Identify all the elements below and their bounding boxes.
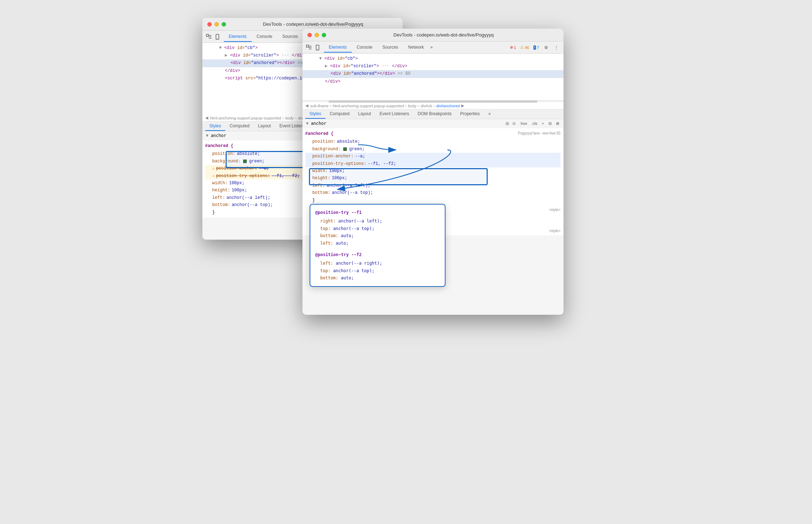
css-value: 100px; — [332, 175, 347, 182]
pt-val: anchor(--a top); — [333, 268, 375, 273]
css-property-line: height: 100px; — [305, 175, 561, 182]
css-selector-2: #anchored { — [305, 130, 334, 137]
styles-tab-computed-2[interactable]: Computed — [325, 109, 354, 119]
breadcrumb-item[interactable]: sult-iframe — [310, 104, 329, 108]
svg-rect-6 — [306, 45, 309, 47]
color-swatch-bg — [243, 160, 247, 163]
css-value: 100px; — [229, 180, 245, 187]
breadcrumb-item[interactable]: body — [408, 104, 417, 108]
breadcrumb-item[interactable]: html.anchoring-support.popup-supported — [333, 104, 404, 108]
toolbar-tabs-2: Elements Console Sources Network » — [324, 43, 434, 53]
tab-console-1[interactable]: Console — [252, 32, 277, 42]
css-value: --f1, --f2; — [368, 160, 396, 167]
css-property-line-highlighted-2: position-try-options: --f1, --f2; — [305, 160, 561, 167]
info-count: 7 — [537, 45, 539, 50]
filter-tool-plus-2[interactable]: + — [540, 121, 545, 126]
dom-panel-2: ▼ <div id="cb"> ▶ <div id="scroller"> ··… — [302, 54, 564, 100]
breadcrumb-item[interactable]: body — [285, 116, 294, 120]
css-property: position-anchor: — [313, 153, 354, 160]
settings-icon[interactable]: ⚙ — [542, 43, 551, 52]
styles-tab-properties-2[interactable]: Properties — [456, 109, 484, 119]
breadcrumb-item[interactable]: div#cb — [420, 104, 432, 108]
tab-console-2[interactable]: Console — [352, 43, 378, 53]
css-value: green; — [249, 158, 265, 165]
info-badge[interactable]: ! 7 — [532, 45, 541, 50]
filter-tools-2: ⊙ :hov .cls + ⊟ ⊞ — [511, 121, 561, 126]
minimize-button-1[interactable] — [215, 22, 219, 26]
tab-sources-2[interactable]: Sources — [378, 43, 403, 53]
styles-tab-computed-1[interactable]: Computed — [225, 122, 254, 131]
filter-tool-hov-label-2[interactable]: :hov — [518, 121, 529, 126]
maximize-button-1[interactable] — [222, 22, 226, 26]
inspect-icon-2[interactable] — [305, 44, 313, 51]
css-property: position-try-options: — [216, 172, 270, 180]
minimize-button-2[interactable] — [315, 33, 319, 37]
tab-network-2[interactable]: Network — [403, 43, 429, 53]
tab-overflow-2[interactable]: » — [429, 43, 434, 53]
css-property: position: — [212, 150, 236, 157]
css-property: bottom: — [313, 189, 330, 196]
css-value: 100px; — [329, 167, 345, 175]
css-value: anchor(--a left); — [227, 194, 270, 201]
device-icon[interactable] — [214, 33, 221, 40]
filter-tool-snap-2[interactable]: ⊟ — [547, 121, 553, 126]
styles-tab-styles-1[interactable]: Styles — [205, 122, 226, 131]
pt-property-line: bottom: auto; — [320, 232, 440, 239]
css-property: position: — [313, 138, 336, 145]
breadcrumb-2: ◀ sult-iframe › html.anchoring-support.p… — [302, 102, 564, 109]
source-link-2[interactable]: Pogyyyq?ano···iew=live:55 — [518, 130, 561, 137]
css-property-line: bottom: anchor(--a top); — [305, 189, 561, 196]
pt-prop: bottom: — [320, 233, 339, 238]
error-badge[interactable]: ⊗ 1 — [508, 45, 517, 50]
css-property: position-try-options: — [313, 160, 366, 167]
css-property: width: — [212, 180, 228, 187]
filter-input-2[interactable] — [311, 121, 503, 126]
badge-container: ⊗ 1 ⚠ 46 ! 7 ⚙ ⋮ — [508, 43, 560, 52]
source-link-style-1[interactable]: <style> — [549, 207, 560, 213]
pt-prop: left: — [320, 241, 333, 246]
css-property-line-highlighted-1: position-anchor: --a; — [305, 153, 561, 160]
styles-tab-events-2[interactable]: Event Listeners — [375, 109, 414, 119]
close-button-1[interactable] — [207, 22, 212, 26]
warning-badge[interactable]: ⚠ 46 — [519, 45, 530, 50]
filter-clear-2[interactable]: ⊗ — [505, 121, 510, 126]
filter-tool-cls-label-2[interactable]: .cls — [530, 121, 539, 126]
tab-sources-1[interactable]: Sources — [277, 32, 303, 42]
source-link-style-2[interactable]: <style> — [549, 228, 560, 234]
breadcrumb-item[interactable]: html.anchoring-support.popup-supported — [210, 116, 281, 120]
css-property: bottom: — [212, 201, 230, 209]
css-property: left: — [313, 182, 325, 189]
devtools-window-2: DevTools - codepen.io/web-dot-dev/live/P… — [302, 29, 564, 315]
warning-icon: ⚠ — [212, 172, 215, 179]
color-swatch-bg-2 — [343, 147, 347, 151]
maximize-button-2[interactable] — [322, 33, 326, 37]
styles-tab-styles-2[interactable]: Styles — [305, 109, 326, 119]
styles-tab-layout-1[interactable]: Layout — [254, 122, 275, 131]
filter-tool-split-2[interactable]: ⊞ — [555, 121, 561, 126]
pt-property-line: right: anchor(--a left); — [320, 217, 440, 225]
css-value: anchor(--a top); — [332, 189, 373, 196]
more-icon[interactable]: ⋮ — [552, 43, 561, 52]
styles-tab-overflow-2[interactable]: » — [484, 109, 495, 119]
breadcrumb-current[interactable]: div#anchored — [436, 104, 460, 108]
device-icon-2[interactable] — [314, 44, 321, 51]
tab-elements-1[interactable]: Elements — [224, 32, 252, 42]
pt-property-line: left: auto; — [320, 240, 440, 247]
tab-elements-2[interactable]: Elements — [324, 43, 352, 53]
css-property: background: — [212, 158, 241, 165]
filter-tool-hov2[interactable]: ⊙ — [511, 121, 517, 126]
pt-property-line: bottom: auto; — [320, 274, 440, 281]
window-title-1: DevTools - codepen.io/web-dot-dev/live/P… — [229, 21, 398, 27]
pt-val: auto; — [341, 275, 354, 280]
styles-tab-breakpoints-2[interactable]: DOM Breakpoints — [413, 109, 456, 119]
css-value: --a; — [355, 153, 365, 160]
pt-prop: top: — [320, 268, 331, 273]
position-try-f1-header: @position-try --f1 — [315, 209, 440, 216]
styles-tab-layout-2[interactable]: Layout — [354, 109, 375, 119]
scrollbar-horizontal[interactable] — [302, 100, 564, 102]
css-rule-2: #anchored { Pogyyyq?ano···iew=live:55 po… — [302, 128, 564, 205]
inspect-icon[interactable] — [205, 33, 212, 40]
close-button-2[interactable] — [307, 33, 312, 37]
css-property-line: background: green; — [305, 146, 561, 153]
css-value: anchor(--a top); — [232, 201, 273, 209]
